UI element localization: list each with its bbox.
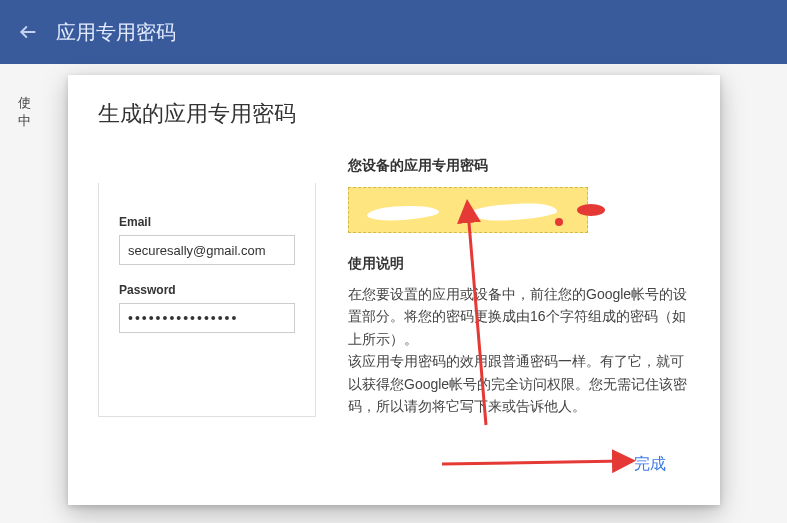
email-field[interactable] <box>119 235 295 265</box>
password-field[interactable]: •••••••••••••••• <box>119 303 295 333</box>
redaction-scribble-icon <box>367 204 440 223</box>
back-arrow-icon[interactable] <box>16 20 40 44</box>
annotation-arrow-icon <box>438 453 638 473</box>
header-bar: 应用专用密码 <box>0 0 787 64</box>
annotation-mark-icon <box>577 204 605 216</box>
header-title: 应用专用密码 <box>56 19 176 46</box>
instructions-body: 在您要设置的应用或设备中，前往您的Google帐号的设置部分。将您的密码更换成由… <box>348 283 690 417</box>
bg-fragment-2: 中 <box>18 113 31 128</box>
generated-password-box <box>348 187 588 233</box>
redaction-scribble-icon <box>471 202 558 222</box>
dialog-body: Email Password •••••••••••••••• 您设备的应用专用… <box>98 157 690 417</box>
right-panel: 您设备的应用专用密码 使用说明 在您要设置的应用或设备中，前往您的Google帐… <box>348 157 690 417</box>
annotation-dot-icon <box>555 218 563 226</box>
dialog-title: 生成的应用专用密码 <box>98 99 690 129</box>
password-label: Password <box>119 283 295 297</box>
device-password-heading: 您设备的应用专用密码 <box>348 157 690 175</box>
instructions-heading: 使用说明 <box>348 255 690 273</box>
login-preview-panel: Email Password •••••••••••••••• <box>98 183 316 417</box>
svg-line-2 <box>442 461 624 464</box>
done-button[interactable]: 完成 <box>624 448 676 481</box>
modal-dialog: 生成的应用专用密码 Email Password •••••••••••••••… <box>68 75 720 505</box>
background-text-fragment: 使 中 <box>18 94 31 130</box>
email-label: Email <box>119 215 295 229</box>
bg-fragment-1: 使 <box>18 95 31 110</box>
